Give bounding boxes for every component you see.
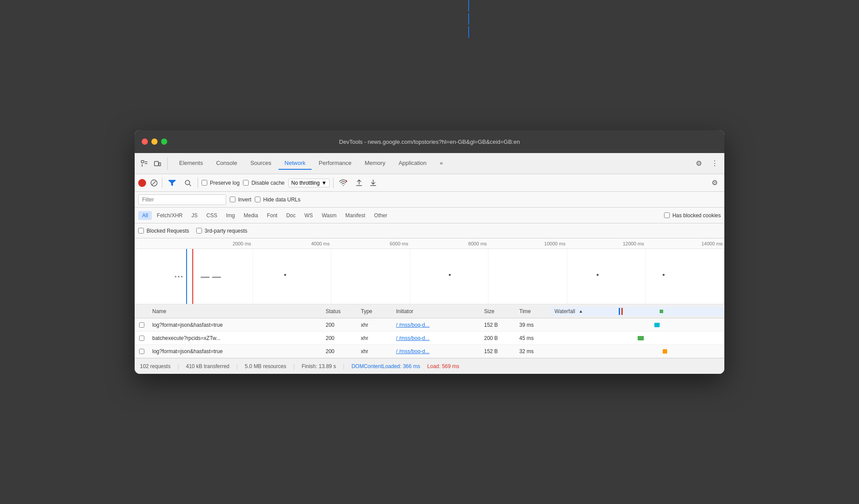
row-name-2: batchexecute?rpcids=xZTw... <box>149 335 322 341</box>
type-all[interactable]: All <box>138 211 152 220</box>
svg-rect-1 <box>154 161 158 166</box>
tab-console[interactable]: Console <box>210 157 243 170</box>
transferred-size: 410 kB transferred <box>186 363 230 369</box>
hide-data-urls-label[interactable]: Hide data URLs <box>255 197 301 203</box>
has-blocked-cookies-label[interactable]: Has blocked cookies <box>664 212 721 219</box>
header-status[interactable]: Status <box>322 308 357 314</box>
row-waterfall-2 <box>551 336 724 341</box>
header-size[interactable]: Size <box>481 308 516 314</box>
row-name-1: log?format=json&hasfast=true <box>149 322 322 328</box>
table-row[interactable]: log?format=json&hasfast=true 200 xhr / /… <box>135 318 724 332</box>
row-initiator-1[interactable]: / /mss/boq-d... <box>393 322 481 328</box>
table-row[interactable]: batchexecute?rpcids=xZTw... 200 xhr / /m… <box>135 332 724 345</box>
upload-icon[interactable] <box>353 177 365 189</box>
devtools-icons <box>138 157 168 170</box>
traffic-lights <box>142 139 167 145</box>
type-font[interactable]: Font <box>263 211 281 220</box>
preserve-log-checkbox[interactable] <box>202 180 207 186</box>
close-button[interactable] <box>142 139 148 145</box>
tab-more[interactable]: » <box>433 157 449 170</box>
header-name[interactable]: Name <box>149 308 322 314</box>
row-initiator-2[interactable]: / /mss/boq-d... <box>393 335 481 341</box>
devtools-window: DevTools - news.google.com/topstories?hl… <box>135 130 724 374</box>
tab-sources[interactable]: Sources <box>244 157 278 170</box>
settings-icon[interactable]: ⚙ <box>693 157 705 170</box>
type-img[interactable]: Img <box>222 211 239 220</box>
record-button[interactable] <box>138 179 146 187</box>
disable-cache-checkbox[interactable] <box>243 180 249 186</box>
search-icon[interactable] <box>182 177 194 189</box>
waterfall-bar <box>663 349 667 354</box>
tab-elements[interactable]: Elements <box>173 157 209 170</box>
svg-line-4 <box>152 181 156 185</box>
disable-cache-label[interactable]: Disable cache <box>243 180 284 186</box>
header-time[interactable]: Time <box>516 308 551 314</box>
kebab-menu-icon[interactable]: ⋮ <box>708 157 721 170</box>
wifi-icon[interactable] <box>337 177 349 189</box>
row-checkbox-3[interactable] <box>135 349 149 354</box>
hide-data-urls-checkbox[interactable] <box>255 197 261 202</box>
tab-memory[interactable]: Memory <box>359 157 392 170</box>
network-settings-icon[interactable]: ⚙ <box>708 177 721 189</box>
row-type-2: xhr <box>357 335 393 341</box>
row-status-2: 200 <box>322 335 357 341</box>
row-checkbox-2[interactable] <box>135 336 149 341</box>
timeline-label-2: 6000 ms <box>331 238 410 248</box>
clear-button[interactable] <box>150 179 158 187</box>
maximize-button[interactable] <box>161 139 167 145</box>
type-css[interactable]: CSS <box>202 211 221 220</box>
type-fetch-xhr[interactable]: Fetch/XHR <box>153 211 187 220</box>
header-type[interactable]: Type <box>357 308 393 314</box>
waterfall-bar <box>654 323 660 327</box>
timeline-req-dot-3 <box>597 274 598 276</box>
third-party-label[interactable]: 3rd-party requests <box>196 228 247 234</box>
blocked-requests-checkbox[interactable] <box>138 228 144 234</box>
timeline-dot <box>181 276 183 278</box>
finish-time: Finish: 13.89 s <box>302 363 336 369</box>
type-js[interactable]: JS <box>187 211 202 220</box>
row-checkbox-1[interactable] <box>135 322 149 328</box>
tab-application[interactable]: Application <box>393 157 433 170</box>
row-initiator-3[interactable]: / /mss/boq-d... <box>393 348 481 354</box>
row-waterfall-3 <box>551 349 724 354</box>
divider2 <box>198 178 198 188</box>
row-time-3: 32 ms <box>516 348 551 354</box>
third-party-checkbox[interactable] <box>196 228 202 234</box>
preserve-log-label[interactable]: Preserve log <box>202 180 239 186</box>
timeline-label-5: 12000 ms <box>567 238 646 248</box>
has-blocked-cookies-checkbox[interactable] <box>664 212 670 218</box>
load-time: Load: 569 ms <box>427 363 459 369</box>
timeline-area: 2000 ms 4000 ms 6000 ms 8000 ms 10000 ms… <box>135 238 724 304</box>
download-icon[interactable] <box>367 177 379 189</box>
filter-icon[interactable] <box>166 177 178 189</box>
timeline-chart[interactable] <box>135 249 724 304</box>
inspector-icon[interactable] <box>138 157 151 170</box>
blocked-requests-label[interactable]: Blocked Requests <box>138 228 189 234</box>
throttling-dropdown[interactable]: No throttling ▼ <box>288 179 330 187</box>
row-size-2: 200 B <box>481 335 516 341</box>
type-wasm[interactable]: Wasm <box>318 211 341 220</box>
type-manifest[interactable]: Manifest <box>341 211 369 220</box>
type-media[interactable]: Media <box>240 211 262 220</box>
timeline-dot <box>178 276 180 278</box>
table-row[interactable]: log?format=json&hasfast=true 200 xhr / /… <box>135 345 724 358</box>
blocked-bar: Blocked Requests 3rd-party requests <box>135 223 724 238</box>
type-doc[interactable]: Doc <box>282 211 299 220</box>
invert-checkbox[interactable] <box>230 197 235 202</box>
invert-label[interactable]: Invert <box>230 197 251 203</box>
row-size-1: 152 B <box>481 322 516 328</box>
window-title: DevTools - news.google.com/topstories?hl… <box>339 139 520 145</box>
waterfall-bar <box>638 336 644 340</box>
timeline-label-0: 2000 ms <box>174 238 253 248</box>
filter-input[interactable] <box>138 194 226 205</box>
device-toggle-icon[interactable] <box>151 157 164 170</box>
type-ws[interactable]: WS <box>301 211 317 220</box>
row-type-1: xhr <box>357 322 393 328</box>
minimize-button[interactable] <box>151 139 158 145</box>
tab-network[interactable]: Network <box>279 157 312 170</box>
header-waterfall[interactable]: Waterfall ▲ <box>551 307 724 316</box>
tab-performance[interactable]: Performance <box>312 157 357 170</box>
header-initiator[interactable]: Initiator <box>393 308 481 314</box>
type-other[interactable]: Other <box>370 211 391 220</box>
header-bar-green <box>660 310 663 313</box>
